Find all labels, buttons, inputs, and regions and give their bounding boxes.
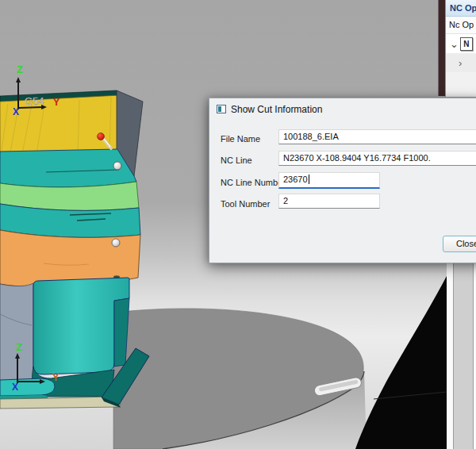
chevron-down-icon[interactable]: ⌄ xyxy=(446,39,460,49)
axis-x-label: X xyxy=(12,382,18,393)
nc-panel-header: Nc Op xyxy=(446,17,476,34)
nc-line-number-field[interactable]: 23670 xyxy=(278,172,380,189)
show-cut-information-dialog[interactable]: Show Cut Information File Name 100188_6.… xyxy=(209,98,476,263)
axis-x-label: X xyxy=(13,106,19,117)
scrollbar-track[interactable] xyxy=(453,263,474,449)
dialog-title: Show Cut Information xyxy=(231,104,322,115)
axis-y-label: Y xyxy=(53,96,60,108)
nc-program-panel: NC Op Nc Op ⌄ N › xyxy=(445,0,476,97)
axis-z-label: Z xyxy=(16,341,22,353)
dialog-window-icon xyxy=(217,105,226,113)
machined-part xyxy=(0,90,149,409)
right-edge-scrollbar-strip[interactable] xyxy=(447,263,476,449)
axis-y-label: Y xyxy=(52,371,60,383)
nc-line-number-value: 23670 xyxy=(283,175,308,184)
nc-line-label: NC Line xyxy=(221,155,252,165)
axis-z-label: Z xyxy=(17,63,23,75)
chevron-right-icon[interactable]: › xyxy=(446,58,463,68)
probe-ball-1 xyxy=(113,162,121,170)
tool-number-field[interactable]: 2 xyxy=(278,194,380,209)
close-button[interactable]: Close xyxy=(443,236,476,252)
text-caret xyxy=(309,175,309,184)
wcs-g54-label: G54 xyxy=(25,95,44,107)
nc-panel-titlebar[interactable]: NC Op xyxy=(446,0,476,17)
nc-line-number-label: NC Line Number xyxy=(221,178,286,187)
tool-number-label: Tool Number xyxy=(221,199,270,209)
app-window: { "viewport": { "wcs_label": "G54", "axi… xyxy=(0,0,476,449)
nc-program-tree-node[interactable]: ⌄ N xyxy=(446,34,476,53)
probe-ball-2 xyxy=(112,239,120,247)
nc-line-field[interactable]: N23670 X-108.9404 Y16.7734 F1000. xyxy=(278,151,476,166)
nc-program-tree-child[interactable]: › xyxy=(446,53,476,72)
nc-program-icon: N xyxy=(460,37,473,51)
rotary-table xyxy=(113,309,367,449)
file-name-label: File Name xyxy=(221,134,260,144)
file-name-field[interactable]: 100188_6.EIA xyxy=(278,129,476,144)
